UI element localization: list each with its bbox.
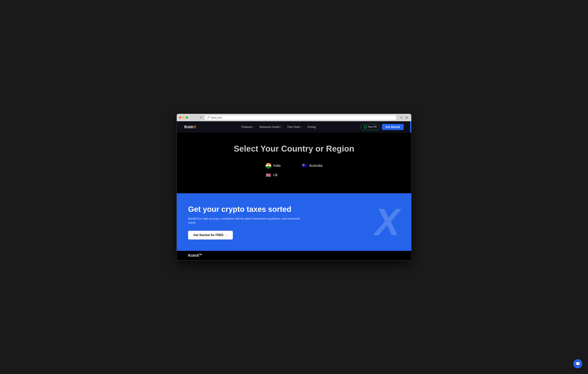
navigation-controls: ‹ › ↻	[191, 116, 203, 119]
logo-koin-text: Koin	[184, 125, 194, 129]
logo-x-text: X	[194, 125, 196, 129]
nav-resource-center[interactable]: Resource Center ▾	[257, 124, 284, 130]
window-buttons	[179, 116, 188, 119]
address-bar[interactable]: 🔗 koinx.com	[205, 115, 396, 120]
url-text: koinx.com	[211, 116, 222, 119]
logo[interactable]: KoinX	[184, 125, 196, 129]
forward-button[interactable]: ›	[195, 116, 198, 119]
nav-links: Products ▾ Resource Center ▾ Free Tools …	[239, 124, 318, 130]
nav-actions: File ITR Get Started	[361, 124, 404, 130]
australia-flag-icon	[302, 163, 307, 169]
browser-body: KoinX Products ▾ Resource Center ▾ Free …	[177, 121, 411, 260]
cta-section: X Get your crypto taxes sorted Benefit f…	[177, 193, 411, 251]
footer-preview: KoinXTM	[177, 251, 411, 260]
country-australia[interactable]: Australia	[302, 163, 322, 169]
browser-window: ‹ › ↻ 🔗 koinx.com ⊡ ⊞ KoinX Products	[177, 114, 411, 260]
nav-free-tools[interactable]: Free Tools ▾	[285, 124, 304, 130]
back-button[interactable]: ‹	[191, 116, 194, 119]
chat-icon: 💬	[576, 362, 580, 366]
lock-icon: 🔗	[207, 116, 210, 119]
footer-logo: KoinXTM	[188, 253, 202, 258]
cta-content: Get your crypto taxes sorted Benefit fro…	[188, 205, 302, 239]
country-uk[interactable]: UK	[266, 172, 286, 178]
minimize-button[interactable]	[182, 116, 185, 119]
country-india[interactable]: India	[266, 163, 286, 169]
file-itr-button[interactable]: File ITR	[361, 124, 380, 130]
split-view-button[interactable]: ⊞	[404, 116, 409, 119]
country-grid: India Australia UK	[266, 163, 322, 178]
hero-section: Select Your Country or Region India Aust…	[177, 133, 411, 193]
window-extra-controls: ⊡ ⊞	[399, 116, 409, 119]
products-chevron-icon: ▾	[253, 126, 254, 128]
sidebar-toggle-button[interactable]: ⊡	[399, 116, 404, 119]
india-label: India	[273, 164, 281, 168]
cta-get-started-button[interactable]: Get Started for FREE →	[188, 231, 233, 239]
get-started-nav-button[interactable]: Get Started	[382, 124, 404, 130]
cta-subtitle: Benefit from high accuracy, compliance w…	[188, 217, 302, 225]
india-flag-icon	[266, 163, 271, 169]
uk-flag-icon	[266, 172, 271, 178]
browser-chrome: ‹ › ↻ 🔗 koinx.com ⊡ ⊞	[177, 114, 411, 121]
nav-products[interactable]: Products ▾	[239, 124, 256, 130]
cta-title: Get your crypto taxes sorted	[188, 205, 302, 214]
scrollbar[interactable]	[410, 121, 411, 260]
resource-chevron-icon: ▾	[280, 126, 281, 128]
hero-title: Select Your Country or Region	[234, 144, 354, 153]
cta-x-decoration: X	[375, 203, 400, 241]
reload-button[interactable]: ↻	[199, 116, 203, 119]
file-itr-icon	[364, 125, 367, 128]
maximize-button[interactable]	[186, 116, 188, 119]
australia-label: Australia	[309, 164, 322, 168]
tools-chevron-icon: ▾	[301, 126, 302, 128]
chat-bubble-button[interactable]: 💬	[573, 359, 582, 368]
close-button[interactable]	[179, 116, 181, 119]
uk-label: UK	[273, 173, 278, 177]
nav-pricing[interactable]: Pricing	[305, 124, 318, 130]
scrollbar-thumb[interactable]	[410, 121, 411, 133]
navbar: KoinX Products ▾ Resource Center ▾ Free …	[177, 121, 411, 133]
